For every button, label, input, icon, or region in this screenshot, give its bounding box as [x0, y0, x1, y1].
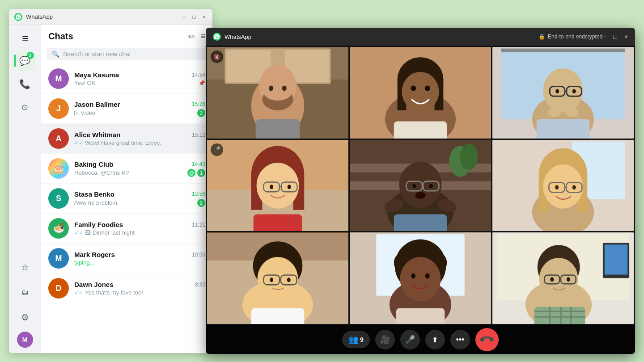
- svg-point-47: [288, 185, 291, 189]
- close-button[interactable]: ×: [201, 14, 207, 20]
- avatar: S: [48, 188, 69, 209]
- chat-name: Baking Club: [74, 160, 114, 168]
- chat-time: 15:26: [192, 101, 205, 107]
- video-icon: ▷: [74, 109, 79, 116]
- camera-button[interactable]: 🎥: [375, 330, 395, 349]
- mute-indicator-1: 🔇: [211, 51, 223, 63]
- video-bg-9: [492, 232, 634, 324]
- video-cell-6: [492, 140, 634, 232]
- chat-time: 13:56: [192, 191, 205, 197]
- chat-preview: Aww no problem.: [74, 199, 119, 206]
- svg-point-89: [270, 278, 273, 282]
- sidebar: ☰ 💬 3 📞 ⊙ ☆ 🗂: [9, 25, 41, 353]
- list-item[interactable]: 🎂 Baking Club 14:43 Rebecca: @Chris R? @…: [41, 154, 212, 184]
- sidebar-item-archived[interactable]: 🗂: [14, 282, 36, 303]
- video-cell-3: [492, 47, 634, 139]
- typing-preview: typing...: [74, 259, 95, 266]
- new-chat-button[interactable]: ✏: [188, 32, 195, 42]
- video-minimize-button[interactable]: −: [602, 33, 606, 40]
- sidebar-top: ☰ 💬 3 📞 ⊙: [14, 30, 36, 257]
- chat-info-top: Jason Ballmer 15:26: [74, 101, 205, 108]
- double-check-icon: ✓✓: [74, 230, 83, 236]
- chat-info: Alice Whitman 15:12 ✓✓ Wow! Have great t…: [74, 131, 205, 146]
- svg-point-61: [415, 192, 426, 199]
- double-check-icon: ✓✓: [74, 290, 83, 296]
- starred-icon: ☆: [21, 262, 29, 273]
- badge-group: @ 1: [187, 169, 205, 177]
- avatar: 🎂: [48, 158, 69, 179]
- svg-point-32: [555, 89, 559, 93]
- video-cell-7: [207, 232, 348, 324]
- filter-button[interactable]: ≡: [200, 32, 205, 42]
- video-grid: 🔇: [206, 46, 635, 325]
- chat-preview: ✓✓ 🖼 Dinner last night: [74, 229, 135, 236]
- chat-info-top: Dawn Jones 8:32: [74, 281, 205, 288]
- svg-rect-36: [537, 119, 590, 139]
- list-item[interactable]: S Stasa Benko 13:56 Aww no problem. 2: [41, 184, 212, 214]
- chat-preview-row: ▷ Video 3: [74, 109, 205, 117]
- video-cell-5: [350, 140, 491, 232]
- chat-info: Baking Club 14:43 Rebecca: @Chris R? @ 1: [74, 160, 205, 177]
- search-input[interactable]: [63, 51, 202, 58]
- end-call-button[interactable]: 📞: [475, 328, 499, 351]
- video-maximize-button[interactable]: □: [613, 33, 617, 40]
- chat-name: Jason Ballmer: [74, 101, 120, 108]
- chat-time: 10:56: [192, 252, 205, 258]
- mute-indicator-4: 🎤: [211, 143, 223, 156]
- svg-point-10: [263, 83, 292, 101]
- list-item[interactable]: A Alice Whitman 15:12 ✓✓ Wow! Have great…: [41, 124, 212, 154]
- chat-info: Dawn Jones 8:32 ✓✓ Yes that's my fave to…: [74, 281, 205, 296]
- chat-preview: ▷ Video: [74, 109, 95, 116]
- chats-title: Chats: [48, 31, 73, 42]
- chat-name: Maya Kasuma: [74, 71, 119, 79]
- sidebar-item-settings[interactable]: ⚙: [14, 307, 36, 328]
- hamburger-icon: ☰: [22, 34, 28, 43]
- app-body: ☰ 💬 3 📞 ⊙ ☆ 🗂: [9, 25, 212, 353]
- svg-point-115: [567, 278, 570, 282]
- sidebar-item-chats[interactable]: 💬 3: [14, 50, 36, 72]
- sidebar-item-starred[interactable]: ☆: [14, 257, 36, 278]
- sidebar-item-calls[interactable]: 📞: [14, 73, 36, 95]
- sidebar-bottom: ☆ 🗂 ⚙ M: [14, 257, 36, 348]
- menu-button[interactable]: ☰: [14, 30, 36, 46]
- unread-badge: 2: [197, 199, 205, 207]
- svg-point-34: [547, 108, 561, 117]
- video-close-button[interactable]: ×: [624, 33, 628, 40]
- calls-icon: 📞: [19, 79, 30, 89]
- chat-name: Family Foodies: [74, 221, 123, 228]
- chat-preview: Yes! OK: [74, 80, 95, 86]
- chat-info-top: Family Foodies 11:21: [74, 221, 205, 228]
- sidebar-item-status[interactable]: ⊙: [14, 97, 36, 118]
- avatar: A: [48, 128, 69, 149]
- camera-icon: 🎥: [380, 335, 390, 345]
- svg-rect-26: [501, 49, 625, 52]
- video-cell-1: 🔇: [207, 47, 348, 139]
- svg-rect-13: [256, 119, 300, 139]
- maximize-button[interactable]: □: [191, 14, 197, 20]
- list-item[interactable]: 🍜 Family Foodies 11:21 ✓✓ 🖼 Dinner last …: [41, 214, 212, 244]
- list-item[interactable]: M Mark Rogers 10:56 typing...: [41, 244, 212, 274]
- avatar: J: [48, 98, 69, 119]
- svg-point-33: [572, 89, 576, 93]
- minimize-button[interactable]: −: [181, 14, 187, 20]
- whatsapp-logo-icon: [213, 33, 221, 41]
- screen-share-icon: ⬆: [432, 336, 438, 344]
- video-bg-7: [207, 232, 348, 324]
- list-item[interactable]: D Dawn Jones 8:32 ✓✓ Yes that's my fave …: [41, 274, 212, 303]
- chat-preview-row: ✓✓ Yes that's my fave too!: [74, 289, 205, 296]
- chat-info-top: Alice Whitman 15:12: [74, 131, 205, 139]
- microphone-button[interactable]: 🎤: [400, 330, 420, 349]
- list-item[interactable]: J Jason Ballmer 15:26 ▷ Video 3: [41, 94, 212, 124]
- screen-share-button[interactable]: ⬆: [425, 330, 445, 349]
- title-bar: WhatsApp − □ ×: [9, 9, 212, 25]
- media-icon: 🖼: [85, 229, 91, 236]
- user-avatar[interactable]: M: [17, 332, 33, 348]
- pin-icon: 📌: [199, 80, 205, 86]
- svg-point-21: [411, 86, 416, 91]
- video-bg-5: [350, 140, 491, 232]
- participants-button[interactable]: 👥 9: [342, 331, 370, 348]
- more-options-button[interactable]: •••: [450, 330, 470, 349]
- chat-name: Stasa Benko: [74, 190, 114, 198]
- chat-preview-row: ✓✓ Wow! Have great time. Enjoy.: [74, 139, 205, 146]
- list-item[interactable]: M Maya Kasuma 14:54 Yes! OK 📌: [41, 64, 212, 94]
